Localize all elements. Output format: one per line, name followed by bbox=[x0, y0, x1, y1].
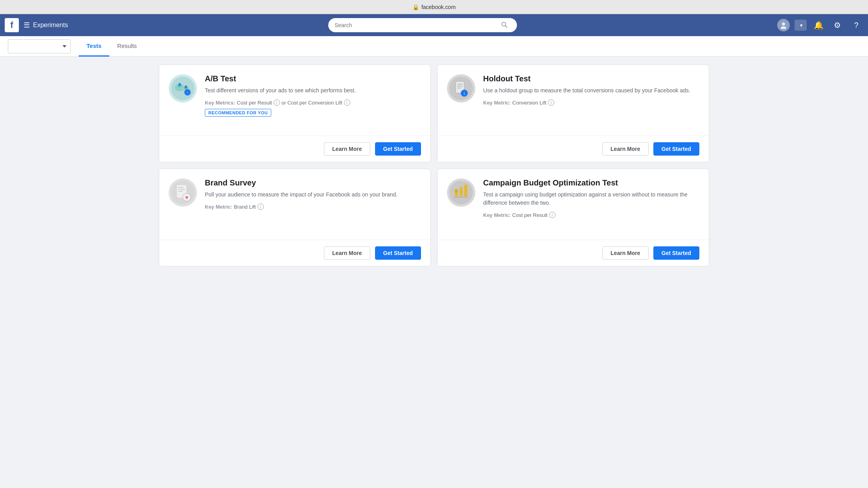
cbo-metric-value: Cost per Result bbox=[512, 212, 548, 218]
svg-rect-22 bbox=[178, 187, 184, 188]
ab-test-metric: Key Metrics: Cost per Result i or Cost p… bbox=[205, 99, 421, 106]
ab-test-svg: ↑ bbox=[171, 77, 195, 100]
facebook-nav: f ☰ Experiments ▾ 🔔 bbox=[0, 14, 868, 36]
settings-button[interactable]: ⚙ bbox=[830, 18, 844, 32]
bell-icon: 🔔 bbox=[814, 20, 824, 30]
ab-test-icon: ↑ bbox=[169, 74, 197, 103]
help-icon: ? bbox=[854, 21, 858, 30]
brand-metric-info-icon[interactable]: i bbox=[257, 204, 264, 210]
svg-point-2 bbox=[782, 22, 785, 26]
search-container bbox=[81, 18, 765, 32]
holdout-test-metric: Key Metric: Conversion Lift i bbox=[483, 99, 699, 106]
facebook-logo[interactable]: f bbox=[5, 18, 19, 32]
search-icon bbox=[501, 22, 508, 28]
ab-test-card: ↑ A/B Test Test different versions of yo… bbox=[159, 64, 431, 162]
svg-rect-17 bbox=[457, 88, 461, 88]
svg-rect-29 bbox=[460, 187, 463, 196]
search-input[interactable] bbox=[335, 22, 498, 28]
svg-rect-24 bbox=[178, 191, 183, 192]
avatar[interactable] bbox=[777, 19, 790, 31]
holdout-test-card-footer: Learn More Get Started bbox=[438, 136, 709, 162]
cbo-test-title: Campaign Budget Optimization Test bbox=[483, 178, 699, 187]
gear-icon: ⚙ bbox=[834, 20, 841, 30]
cbo-test-card: Campaign Budget Optimization Test Test a… bbox=[437, 169, 709, 266]
brand-metric-value: Brand Lift bbox=[234, 204, 256, 210]
svg-rect-16 bbox=[457, 86, 463, 86]
svg-rect-15 bbox=[457, 84, 463, 84]
tab-tests[interactable]: Tests bbox=[79, 36, 109, 57]
svg-point-3 bbox=[781, 26, 786, 29]
cbo-test-card-footer: Learn More Get Started bbox=[438, 240, 709, 266]
brand-survey-desc: Poll your audience to measure the impact… bbox=[205, 191, 421, 199]
ab-test-desc: Test different versions of your ads to s… bbox=[205, 86, 421, 95]
url-display: facebook.com bbox=[421, 4, 456, 10]
brand-survey-card: ♥ Brand Survey Poll your audience to mea… bbox=[159, 169, 431, 266]
holdout-test-get-started-button[interactable]: Get Started bbox=[653, 142, 699, 156]
svg-text:↑: ↑ bbox=[187, 90, 189, 95]
holdout-test-icon: ↓ bbox=[447, 74, 475, 103]
cbo-test-desc: Test a campaign using budget optimizatio… bbox=[483, 191, 699, 207]
holdout-test-desc: Use a holdout group to measure the total… bbox=[483, 86, 699, 95]
holdout-svg: ↓ bbox=[449, 77, 473, 100]
cbo-metric-info-icon[interactable]: i bbox=[549, 212, 555, 218]
search-box bbox=[328, 18, 517, 32]
hamburger-icon[interactable]: ☰ bbox=[24, 21, 30, 29]
ab-metric-info-icon-2[interactable]: i bbox=[344, 99, 350, 106]
app-title: Experiments bbox=[33, 22, 68, 29]
ab-metric-label: Key Metrics: bbox=[205, 100, 235, 106]
ab-test-card-text: A/B Test Test different versions of your… bbox=[205, 74, 421, 117]
brand-metric-label: Key Metric: bbox=[205, 204, 232, 210]
brand-survey-title: Brand Survey bbox=[205, 178, 421, 187]
svg-text:↓: ↓ bbox=[463, 90, 465, 96]
svg-rect-23 bbox=[178, 189, 185, 190]
ab-test-title: A/B Test bbox=[205, 74, 421, 83]
ab-test-card-footer: Learn More Get Started bbox=[159, 136, 430, 162]
ab-test-card-body: ↑ A/B Test Test different versions of yo… bbox=[159, 65, 430, 136]
brand-survey-icon: ♥ bbox=[169, 178, 197, 207]
brand-survey-learn-more-button[interactable]: Learn More bbox=[324, 246, 370, 260]
holdout-test-card-body: ↓ Holdout Test Use a holdout group to me… bbox=[438, 65, 709, 136]
search-button[interactable] bbox=[498, 22, 511, 29]
holdout-metric-value: Conversion Lift bbox=[512, 100, 546, 106]
cbo-test-icon bbox=[447, 178, 475, 207]
holdout-metric-info-icon[interactable]: i bbox=[548, 99, 554, 106]
sub-nav: Tests Results bbox=[0, 36, 868, 57]
notifications-button[interactable]: 🔔 bbox=[811, 18, 826, 32]
tab-results[interactable]: Results bbox=[109, 36, 145, 57]
holdout-test-learn-more-button[interactable]: Learn More bbox=[602, 142, 648, 156]
ab-metric-value: Cost per Result bbox=[237, 100, 272, 106]
browser-bar: 🔒 facebook.com bbox=[0, 0, 868, 14]
cards-grid: ↑ A/B Test Test different versions of yo… bbox=[159, 64, 709, 266]
svg-line-1 bbox=[505, 26, 507, 28]
account-dropdown[interactable] bbox=[8, 39, 71, 53]
brand-survey-card-footer: Learn More Get Started bbox=[159, 240, 430, 266]
svg-rect-32 bbox=[455, 189, 458, 193]
cbo-test-card-body: Campaign Budget Optimization Test Test a… bbox=[438, 169, 709, 240]
lock-icon: 🔒 bbox=[412, 4, 419, 10]
holdout-test-card: ↓ Holdout Test Use a holdout group to me… bbox=[437, 64, 709, 162]
brand-survey-card-text: Brand Survey Poll your audience to measu… bbox=[205, 178, 421, 210]
brand-survey-get-started-button[interactable]: Get Started bbox=[375, 246, 421, 260]
holdout-test-card-text: Holdout Test Use a holdout group to meas… bbox=[483, 74, 699, 106]
nav-menu: ☰ Experiments bbox=[24, 21, 68, 29]
ab-test-learn-more-button[interactable]: Learn More bbox=[324, 142, 370, 156]
holdout-metric-label: Key Metric: bbox=[483, 100, 511, 106]
ab-metric-info-icon[interactable]: i bbox=[274, 99, 280, 106]
ab-test-get-started-button[interactable]: Get Started bbox=[375, 142, 421, 156]
main-content: ↑ A/B Test Test different versions of yo… bbox=[151, 57, 717, 274]
cbo-test-card-text: Campaign Budget Optimization Test Test a… bbox=[483, 178, 699, 218]
account-button[interactable]: ▾ bbox=[794, 20, 807, 31]
cbo-svg bbox=[449, 181, 473, 204]
svg-text:♥: ♥ bbox=[185, 194, 188, 200]
nav-right: ▾ 🔔 ⚙ ? bbox=[777, 18, 863, 32]
cbo-metric-label: Key Metric: bbox=[483, 212, 511, 218]
recommended-badge: RECOMMENDED FOR YOU bbox=[205, 109, 271, 117]
cbo-test-get-started-button[interactable]: Get Started bbox=[653, 246, 699, 260]
dropdown-arrow-icon: ▾ bbox=[800, 22, 803, 28]
help-button[interactable]: ? bbox=[849, 18, 863, 32]
cbo-test-learn-more-button[interactable]: Learn More bbox=[602, 246, 648, 260]
brand-survey-card-body: ♥ Brand Survey Poll your audience to mea… bbox=[159, 169, 430, 240]
svg-rect-30 bbox=[464, 185, 467, 196]
cbo-test-metric: Key Metric: Cost per Result i bbox=[483, 212, 699, 218]
ab-metric-extra: or Cost per Conversion Lift bbox=[281, 100, 342, 106]
